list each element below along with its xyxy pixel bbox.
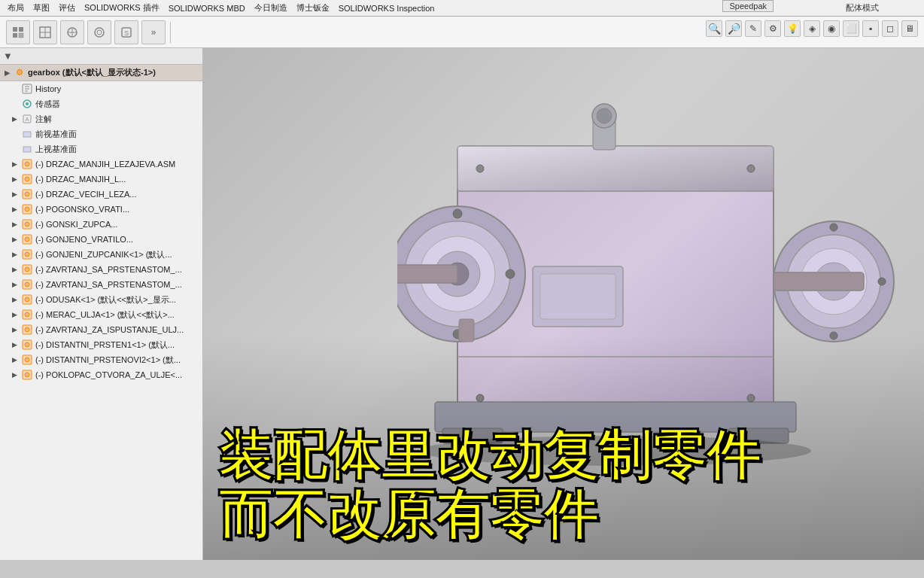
- menu-sw-plugins[interactable]: SOLIDWORKS 插件: [80, 2, 164, 14]
- c4-label: (-) POGONSKO_VRATI...: [35, 205, 129, 214]
- tree-item-c11[interactable]: ▶ (-) MERAC_ULJA<1> (默认<<默认>...: [0, 307, 202, 322]
- tree-item-c7[interactable]: ▶ (-) GONJENI_ZUPCANIK<1> (默认...: [0, 247, 202, 262]
- sphere-btn[interactable]: ⬜: [843, 20, 859, 37]
- settings-btn[interactable]: ⚙: [764, 20, 781, 37]
- front-plane-icon: [21, 128, 33, 140]
- c8-label: (-) ZAVRTANJ_SA_PRSTENASTOM_...: [35, 265, 182, 274]
- svg-point-10: [95, 28, 104, 37]
- box-btn[interactable]: ▪: [862, 20, 879, 37]
- tree-item-history[interactable]: History: [0, 81, 202, 96]
- svg-point-11: [97, 30, 102, 35]
- tree-item-annotation[interactable]: ▶ A 注解: [0, 111, 202, 126]
- view-btn[interactable]: ◻: [882, 20, 898, 37]
- overlay-line2: 而不改原有零件: [218, 485, 909, 545]
- tree-header-arrow: ▶: [5, 69, 14, 77]
- search-btn[interactable]: 🔍: [706, 20, 722, 37]
- svg-rect-59: [457, 146, 774, 191]
- c6-icon: [21, 233, 33, 245]
- filter-bar: ▼: [0, 48, 202, 65]
- c4-icon: [21, 203, 33, 215]
- svg-text:A: A: [25, 116, 29, 123]
- annotation-arrow: ▶: [12, 115, 21, 123]
- c14-icon: [21, 354, 33, 366]
- c7-icon: [21, 248, 33, 260]
- tree-item-c4[interactable]: ▶ (-) POGONSKO_VRATI...: [0, 202, 202, 217]
- tree-item-front-plane[interactable]: 前视基准面: [0, 126, 202, 141]
- svg-point-68: [453, 209, 462, 218]
- svg-point-53: [25, 373, 29, 377]
- menu-sketch[interactable]: 草图: [29, 2, 54, 14]
- tree-header-label: gearbox (默认<默认_显示状态-1>): [28, 67, 156, 78]
- tree-item-c14[interactable]: ▶ (-) DISTANTNI_PRSTENOVI2<1> (默...: [0, 352, 202, 367]
- toolbar-btn-badge[interactable]: S: [114, 20, 138, 44]
- render2-btn[interactable]: ◉: [823, 20, 840, 37]
- tree-item-top-plane[interactable]: 上视基准面: [0, 141, 202, 157]
- tree-item-c12[interactable]: ▶ (-) ZAVRTANJ_ZA_ISPUSTANJE_ULJ...: [0, 322, 202, 337]
- tree-item-sensors[interactable]: 传感器: [0, 96, 202, 111]
- pencil-btn[interactable]: ✎: [745, 20, 761, 37]
- svg-point-27: [25, 177, 29, 181]
- toolbar-btn-circle[interactable]: [87, 20, 111, 44]
- svg-point-85: [597, 108, 612, 123]
- history-label: History: [35, 84, 61, 93]
- tree-item-c8[interactable]: ▶ (-) ZAVRTANJ_SA_PRSTENASTOM_...: [0, 262, 202, 277]
- toolbar-btn-cross[interactable]: [60, 20, 84, 44]
- c6-label: (-) GONJENO_VRATILO...: [35, 235, 133, 244]
- svg-point-25: [25, 162, 29, 166]
- c1-label: (-) DRZAC_MANJIH_LEZAJEVA.ASM: [35, 160, 175, 169]
- svg-point-39: [25, 267, 29, 272]
- tree-item-c10[interactable]: ▶ (-) ODUSAK<1> (默认<<默认>_显示...: [0, 292, 202, 307]
- svg-rect-81: [397, 265, 457, 283]
- menu-evaluate[interactable]: 评估: [54, 2, 80, 14]
- tree-item-c6[interactable]: ▶ (-) GONJENO_VRATILO...: [0, 232, 202, 247]
- front-plane-label: 前视基准面: [35, 129, 77, 140]
- tree-header[interactable]: ▶ ⚙ gearbox (默认<默认_显示状态-1>): [0, 65, 202, 81]
- svg-point-77: [830, 224, 837, 231]
- svg-point-35: [25, 237, 29, 242]
- svg-point-43: [25, 297, 29, 302]
- svg-point-33: [25, 222, 29, 227]
- svg-point-31: [25, 207, 29, 211]
- tree-item-c13[interactable]: ▶ (-) DISTANTNI_PRSTEN1<1> (默认...: [0, 337, 202, 352]
- menu-layout[interactable]: 布局: [3, 2, 29, 14]
- tree-item-c1[interactable]: ▶ (-) DRZAC_MANJIH_LEZAJEVA.ASM: [0, 157, 202, 172]
- tree-item-c2[interactable]: ▶ (-) DRZAC_MANJIH_L...: [0, 172, 202, 187]
- feature-tree-list: History 传感器 ▶ A 注解: [0, 81, 202, 382]
- c12-label: (-) ZAVRTANJ_ZA_ISPUSTANJE_ULJ...: [35, 325, 184, 334]
- menu-sw-inspection[interactable]: SOLIDWORKS Inspection: [334, 4, 439, 13]
- c5-icon: [21, 218, 33, 230]
- top-plane-icon: [21, 143, 33, 155]
- tree-item-c5[interactable]: ▶ (-) GONSKI_ZUPCA...: [0, 217, 202, 232]
- 3d-viewport[interactable]: 装配体里改动复制零件 而不改原有零件: [203, 48, 924, 560]
- left-panel: ▼ ▶ ⚙ gearbox (默认<默认_显示状态-1>) History: [0, 48, 203, 560]
- svg-rect-1: [19, 27, 23, 32]
- tree-item-c15[interactable]: ▶ (-) POKLOPAC_OTVORA_ZA_ULJE<...: [0, 367, 202, 382]
- menu-today-mfg[interactable]: 今日制造: [250, 2, 292, 14]
- zoom-btn[interactable]: 🔎: [725, 20, 742, 37]
- svg-rect-22: [23, 132, 31, 137]
- svg-point-41: [25, 282, 29, 287]
- top-menu-bar: 布局 草图 评估 SOLIDWORKS 插件 SOLIDWORKS MBD 今日…: [0, 0, 924, 17]
- tree-header-icon: ⚙: [14, 67, 26, 79]
- light-btn[interactable]: 💡: [784, 20, 801, 37]
- tree-item-c3[interactable]: ▶ (-) DRZAC_VECIH_LEZA...: [0, 187, 202, 202]
- toolbar-btn-home[interactable]: [6, 20, 30, 44]
- speedpak-badge: Speedpak: [722, 0, 774, 12]
- svg-rect-23: [23, 147, 31, 152]
- display-btn[interactable]: 🖥: [901, 20, 918, 37]
- toolbar: S » 🔍 🔎 ✎ ⚙ 💡 ◈ ◉ ⬜ ▪ ◻ 🖥: [0, 17, 924, 48]
- render1-btn[interactable]: ◈: [804, 20, 820, 37]
- toolbar-btn-more[interactable]: »: [141, 20, 166, 44]
- menu-sw-mbd[interactable]: SOLIDWORKS MBD: [164, 4, 250, 13]
- c3-label: (-) DRZAC_VECIH_LEZA...: [35, 190, 136, 199]
- sensors-icon: [21, 98, 33, 110]
- svg-point-29: [25, 192, 29, 196]
- svg-point-45: [25, 312, 29, 317]
- svg-point-49: [25, 342, 29, 347]
- svg-point-90: [747, 165, 755, 172]
- sensors-label: 传感器: [35, 99, 60, 110]
- toolbar-btn-grid[interactable]: [33, 20, 57, 44]
- c5-label: (-) GONSKI_ZUPCA...: [35, 220, 117, 229]
- menu-phd-sheet[interactable]: 博士钣金: [292, 2, 334, 14]
- tree-item-c9[interactable]: ▶ (-) ZAVRTANJ_SA_PRSTENASTOM_...: [0, 277, 202, 292]
